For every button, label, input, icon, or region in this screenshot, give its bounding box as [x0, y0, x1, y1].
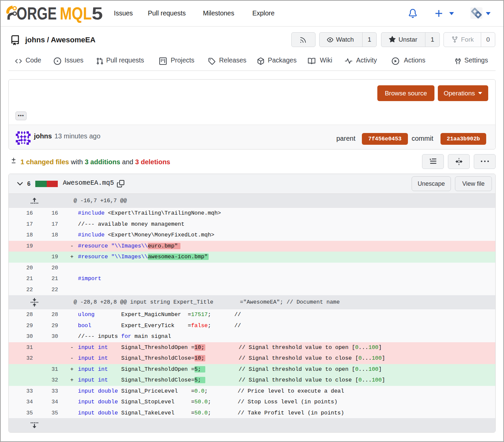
- svg-text:5: 5: [92, 4, 103, 23]
- svg-text:ORGE: ORGE: [16, 4, 57, 23]
- svg-text:MQL: MQL: [60, 4, 92, 23]
